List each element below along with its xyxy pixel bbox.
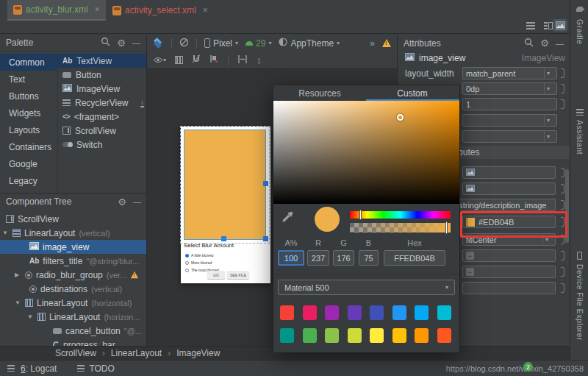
hue-slider-thumb[interactable]: [359, 210, 362, 220]
tree-item-destinations[interactable]: destinations (vertical): [0, 282, 147, 296]
tab-custom[interactable]: Custom: [366, 85, 459, 101]
expander-icon[interactable]: ▶: [15, 272, 21, 278]
layout-width-dropdown[interactable]: match_parent▾: [462, 67, 557, 79]
close-icon[interactable]: ×: [203, 5, 208, 15]
tree-item-linearlayout-h2[interactable]: ▼ LinearLayout (horizon...: [0, 310, 147, 324]
tree-item-progress-bar[interactable]: progress_bar: [0, 338, 147, 346]
device-preview[interactable]: Select Blur Amount A little blurred More…: [181, 127, 270, 283]
layout-weight-input[interactable]: 1: [462, 98, 557, 110]
swatch-orange[interactable]: [415, 328, 429, 343]
expander-icon[interactable]: ▼: [15, 299, 21, 306]
component-recyclerview[interactable]: RecyclerView ↓: [58, 96, 147, 110]
component-textview[interactable]: Ab TextView: [58, 54, 147, 68]
swatch-lime[interactable]: [348, 328, 362, 343]
download-icon[interactable]: ↓: [140, 99, 144, 107]
theme-selector[interactable]: AppTheme ▾: [279, 38, 340, 49]
alpha-input[interactable]: 100: [278, 250, 304, 266]
category-widgets[interactable]: Widgets: [0, 104, 57, 121]
resize-handle-right[interactable]: [263, 181, 268, 186]
component-imageview[interactable]: ImageView: [58, 82, 147, 96]
api-selector[interactable]: 29 ▾: [245, 38, 271, 49]
design-view-icon[interactable]: [553, 19, 567, 32]
category-containers[interactable]: Containers: [0, 138, 57, 155]
gear-icon[interactable]: ⚙: [540, 38, 549, 48]
attribute-dropdown[interactable]: ▾: [462, 130, 557, 143]
component-button[interactable]: Button: [58, 68, 147, 82]
drawable-field[interactable]: [462, 182, 556, 195]
expander-icon[interactable]: ▼: [27, 313, 34, 320]
material-palette-dropdown[interactable]: Material 500 ▾: [278, 280, 455, 295]
device-selector[interactable]: Pixel ▾: [204, 38, 238, 49]
alpha-slider-thumb[interactable]: [445, 221, 448, 234]
expander-icon[interactable]: ▼: [2, 230, 9, 236]
close-icon[interactable]: ×: [95, 4, 100, 15]
category-google[interactable]: Google: [0, 155, 57, 172]
overflow-icon[interactable]: »: [370, 38, 375, 49]
component-fragment[interactable]: <> <fragment>: [58, 110, 147, 124]
warning-icon[interactable]: !: [382, 39, 391, 47]
todo-tab[interactable]: TODO: [89, 363, 114, 374]
content-description-field[interactable]: @string/description_image: [448, 199, 556, 211]
alpha-slider[interactable]: [350, 223, 451, 233]
search-icon[interactable]: [524, 38, 534, 49]
tree-item-filters-title[interactable]: Ab filters_title "@string/blur...: [0, 254, 147, 268]
hex-input[interactable]: FFEDB04B: [384, 250, 445, 266]
tree-item-radio-blur-group[interactable]: ▶ radio_blur_group (ver... !: [0, 268, 147, 282]
swatch-green[interactable]: [303, 328, 317, 343]
swatch-teal[interactable]: [280, 328, 294, 343]
tree-item-linearlayout-h[interactable]: ▼ LinearLayout (horizontal): [0, 296, 147, 310]
eyedropper-icon[interactable]: [281, 210, 294, 226]
resize-handle-bottom[interactable]: [221, 236, 226, 241]
tool-button-gradle[interactable]: Gradle: [570, 4, 588, 45]
radio-a-little-blurred[interactable]: A little blurred: [185, 252, 219, 259]
category-layouts[interactable]: Layouts: [0, 121, 57, 138]
swatch-red[interactable]: [280, 305, 294, 320]
swatch-cyan[interactable]: [437, 305, 451, 320]
tab-activity-blur[interactable]: activity_blur.xml ×: [7, 0, 106, 21]
layers-icon[interactable]: [153, 38, 164, 48]
resize-handle-corner[interactable]: [263, 236, 268, 241]
tree-item-image-view[interactable]: image_view: [0, 240, 147, 254]
blue-input[interactable]: 75: [359, 250, 379, 266]
gear-icon[interactable]: ⚙: [117, 38, 126, 48]
tree-item-cancel-button[interactable]: cancel_button "@...: [0, 324, 147, 338]
pack-horizontal-icon[interactable]: [237, 55, 248, 65]
flag-field[interactable]: −: [462, 249, 556, 262]
orientation-icon[interactable]: [179, 38, 189, 49]
view-options-icon[interactable]: ▾: [153, 57, 166, 63]
category-common[interactable]: Common: [0, 54, 57, 71]
flag-field[interactable]: −: [462, 266, 556, 278]
image-view-preview[interactable]: [184, 130, 266, 240]
color-selector-ring[interactable]: [397, 114, 404, 121]
breadcrumb-scrollview[interactable]: ScrollView: [55, 348, 96, 358]
breadcrumb-linearlayout[interactable]: LinearLayout: [111, 348, 162, 358]
tree-item-scrollview[interactable]: ScrollView: [0, 212, 147, 226]
tool-button-device-explorer[interactable]: Device File Explorer: [570, 252, 588, 341]
tab-activity-select[interactable]: activity_select.xml ×: [107, 0, 214, 21]
clear-constraints-icon[interactable]: ×: [209, 54, 219, 65]
event-badge[interactable]: 2: [523, 362, 533, 372]
hue-slider[interactable]: [350, 211, 451, 219]
minimize-icon[interactable]: —: [556, 39, 564, 48]
swatch-purple[interactable]: [325, 305, 339, 320]
swatch-indigo[interactable]: [370, 305, 384, 320]
saturation-brightness-area[interactable]: [273, 101, 459, 204]
component-switch[interactable]: Switch: [58, 138, 147, 152]
category-legacy[interactable]: Legacy: [0, 172, 57, 189]
blueprint-icon[interactable]: [175, 56, 183, 64]
green-input[interactable]: 176: [333, 250, 354, 266]
category-text[interactable]: Text: [0, 71, 57, 88]
see-file-button[interactable]: SEE FILE: [227, 271, 249, 279]
swatch-light-green[interactable]: [325, 328, 339, 343]
go-button[interactable]: GO: [207, 271, 225, 279]
swatch-blue[interactable]: [392, 305, 406, 320]
red-input[interactable]: 237: [307, 250, 329, 266]
magnet-off-icon[interactable]: [192, 54, 201, 65]
code-view-icon[interactable]: [523, 19, 538, 32]
tool-button-assistant[interactable]: Assistant: [570, 109, 588, 155]
attribute-dropdown[interactable]: ▾: [462, 114, 557, 127]
gear-icon[interactable]: ⚙: [118, 197, 126, 207]
component-scrollview[interactable]: ScrollView: [58, 124, 147, 138]
srccompat-field[interactable]: [462, 166, 556, 179]
category-buttons[interactable]: Buttons: [0, 88, 57, 104]
